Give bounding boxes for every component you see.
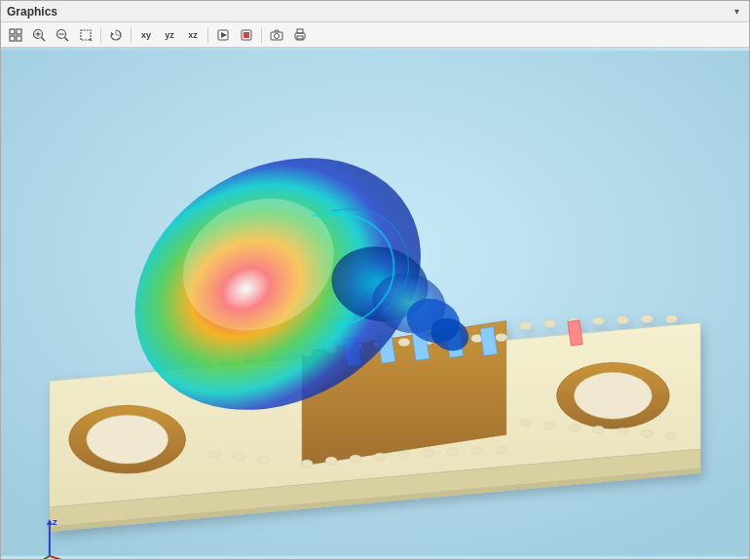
- rotate-button[interactable]: [105, 25, 127, 45]
- svg-rect-0: [10, 29, 15, 34]
- 3d-scene: z y x: [1, 48, 749, 559]
- separator-2: [131, 27, 131, 43]
- svg-point-41: [617, 316, 628, 323]
- svg-point-67: [398, 451, 410, 459]
- camera-button[interactable]: [266, 25, 287, 45]
- svg-rect-2: [10, 36, 15, 41]
- viewport[interactable]: Surface: Electric field norm (V/m) COMSO…: [1, 48, 749, 559]
- play-icon: [216, 28, 230, 42]
- separator-4: [261, 27, 262, 43]
- svg-point-53: [665, 431, 677, 439]
- svg-point-70: [471, 447, 483, 455]
- svg-point-62: [496, 333, 507, 341]
- svg-line-10: [65, 37, 69, 41]
- svg-rect-19: [244, 32, 249, 38]
- zoom-box-icon: [79, 28, 93, 42]
- view-xz-button[interactable]: xz: [182, 25, 204, 45]
- camera-icon: [270, 28, 283, 42]
- svg-point-64: [325, 457, 337, 465]
- svg-point-69: [447, 448, 459, 456]
- svg-point-31: [87, 415, 169, 464]
- separator-3: [207, 27, 208, 43]
- svg-point-51: [617, 428, 628, 435]
- svg-rect-3: [17, 36, 21, 41]
- svg-point-58: [398, 338, 410, 346]
- svg-point-45: [233, 453, 244, 461]
- svg-point-38: [544, 319, 556, 327]
- svg-point-37: [520, 321, 532, 329]
- svg-line-12: [90, 39, 92, 41]
- graphics-window: Graphics ▾: [0, 0, 750, 560]
- view-yz-button[interactable]: yz: [159, 25, 180, 45]
- svg-rect-1: [17, 29, 21, 34]
- view-xy-button[interactable]: xy: [135, 25, 157, 45]
- svg-text:z: z: [53, 516, 57, 527]
- svg-line-7: [42, 37, 46, 41]
- zoom-in-button[interactable]: [28, 25, 50, 45]
- svg-point-66: [374, 453, 386, 461]
- svg-point-52: [641, 429, 653, 437]
- svg-rect-11: [81, 30, 91, 40]
- zoom-in-icon: [32, 28, 46, 42]
- zoom-extents-button[interactable]: [5, 25, 26, 45]
- svg-point-47: [520, 419, 532, 427]
- record-button[interactable]: [236, 25, 257, 45]
- svg-marker-13: [111, 32, 114, 36]
- svg-point-48: [544, 422, 556, 429]
- svg-point-43: [665, 315, 677, 322]
- svg-point-21: [275, 33, 280, 38]
- zoom-box-button[interactable]: [75, 25, 96, 45]
- zoom-extents-icon: [9, 28, 22, 42]
- separator-1: [100, 27, 101, 43]
- print-button[interactable]: [289, 25, 311, 45]
- svg-point-49: [568, 424, 580, 431]
- svg-line-87: [30, 556, 50, 559]
- toolbar: xy yz xz: [1, 22, 749, 48]
- svg-marker-17: [221, 32, 227, 38]
- window-pin-button[interactable]: ▾: [730, 5, 743, 19]
- print-icon: [293, 28, 307, 42]
- svg-point-68: [423, 449, 434, 457]
- svg-rect-23: [297, 29, 303, 33]
- svg-point-65: [350, 455, 361, 463]
- svg-point-44: [208, 450, 220, 458]
- svg-point-42: [641, 315, 653, 322]
- window-title: Graphics: [7, 5, 57, 19]
- svg-point-33: [574, 372, 652, 419]
- record-icon: [240, 28, 253, 42]
- svg-point-50: [592, 426, 604, 433]
- svg-point-63: [301, 460, 313, 467]
- svg-point-40: [592, 317, 604, 324]
- play-button[interactable]: [212, 25, 234, 45]
- rotate-icon: [109, 28, 123, 42]
- zoom-out-button[interactable]: [52, 25, 73, 45]
- svg-point-46: [257, 456, 269, 464]
- zoom-out-icon: [56, 28, 69, 42]
- title-bar-left: Graphics: [7, 5, 57, 19]
- svg-point-71: [496, 446, 507, 454]
- title-bar: Graphics ▾: [1, 1, 749, 22]
- title-bar-right: ▾: [730, 5, 743, 19]
- svg-line-90: [50, 556, 79, 559]
